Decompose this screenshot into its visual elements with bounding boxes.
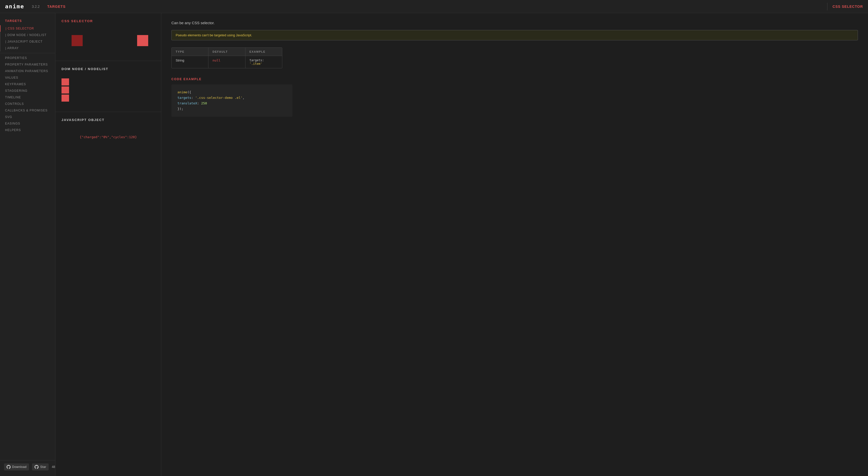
sidebar-item-values[interactable]: VALUES	[0, 75, 55, 81]
code-val-translatex: 250	[201, 101, 207, 105]
javascript-object-demo-section: JAVASCRIPT OBJECT {"charged":"0%","cycle…	[56, 112, 161, 154]
header-right-section: CSS SELECTOR	[833, 4, 863, 8]
code-line-2: targets: '.css-selector-demo .el',	[178, 95, 286, 100]
warning-box: Pseudo elements can't be targeted using …	[172, 30, 858, 40]
dom-box-1	[62, 79, 69, 86]
css-selector-demo-area	[62, 28, 155, 53]
code-block: anime({ targets: '.css-selector-demo .el…	[172, 85, 292, 117]
download-button[interactable]: Download	[4, 464, 29, 471]
css-selector-title: CSS SELECTOR	[62, 19, 155, 23]
table-cell-type: String	[172, 56, 209, 68]
star-count: 48,488	[52, 465, 56, 469]
header-divider	[827, 3, 828, 10]
type-table: TYPE DEFAULT EXAMPLE String null targets…	[172, 48, 282, 68]
sidebar-item-svg[interactable]: SVG	[0, 114, 55, 120]
table-cell-default: null	[209, 56, 245, 68]
sidebar: TARGETS | CSS SELECTOR | DOM NODE / NODE…	[0, 13, 56, 476]
code-line-1: anime({	[178, 89, 286, 95]
sidebar-item-timeline[interactable]: TIMELINE	[0, 94, 55, 100]
code-key-translatex: translateX	[178, 101, 197, 105]
dom-node-demo-area	[62, 76, 155, 104]
type-table-header: TYPE DEFAULT EXAMPLE	[172, 48, 282, 56]
table-cell-example: targets: '.item'	[246, 56, 282, 68]
code-fn: anime	[178, 90, 187, 94]
example-prefix: targets:	[249, 59, 264, 62]
right-panel: Can be any CSS selector. Pseudo elements…	[161, 13, 868, 476]
dom-box-3	[62, 94, 69, 101]
css-selector-demo-section: CSS SELECTOR	[56, 13, 161, 61]
sidebar-item-easings[interactable]: EASINGS	[0, 120, 55, 127]
dom-node-title: DOM NODE / NODELIST	[62, 67, 155, 71]
code-key-targets: targets	[178, 96, 191, 99]
css-demo-box-1	[71, 35, 83, 46]
middle-panel: CSS SELECTOR DOM NODE / NODELIST JAVASCR…	[56, 13, 161, 476]
dom-node-demo-section: DOM NODE / NODELIST	[56, 61, 161, 112]
example-value: '.item'	[249, 62, 262, 65]
sidebar-item-property-parameters[interactable]: PROPERTY PARAMETERS	[0, 61, 55, 68]
sidebar-item-dom-node[interactable]: | DOM NODE / NODELIST	[0, 32, 55, 38]
css-demo-box-2	[137, 35, 148, 46]
sidebar-item-helpers[interactable]: HELPERS	[0, 127, 55, 133]
table-header-type: TYPE	[172, 48, 209, 56]
sidebar-item-properties[interactable]: PROPERTIES	[0, 55, 55, 61]
code-line-3: translateX: 250	[178, 100, 286, 106]
sidebar-nav: TARGETS | CSS SELECTOR | DOM NODE / NODE…	[0, 13, 55, 460]
download-label: Download	[12, 465, 27, 469]
code-line-4: });	[178, 106, 286, 112]
sidebar-item-controls[interactable]: CONTROLS	[0, 100, 55, 107]
javascript-object-output: {"charged":"0%","cycles":120}	[80, 135, 137, 139]
table-header-default: DEFAULT	[209, 48, 245, 56]
javascript-object-title: JAVASCRIPT OBJECT	[62, 118, 155, 122]
star-github-icon	[34, 465, 38, 469]
type-table-row: String null targets: '.item'	[172, 56, 282, 68]
sidebar-targets-title: TARGETS	[0, 17, 55, 25]
sidebar-item-css-selector[interactable]: | CSS SELECTOR	[0, 25, 55, 32]
app-version: 3.2.2	[32, 4, 39, 8]
sidebar-item-array[interactable]: | ARRAY	[0, 45, 55, 52]
star-label: Star	[40, 465, 46, 469]
code-val-targets: '.css-selector-demo .el'	[195, 96, 243, 99]
header: anime 3.2.2 TARGETS CSS SELECTOR	[0, 0, 868, 13]
javascript-object-demo-area: {"charged":"0%","cycles":120}	[62, 127, 155, 147]
sidebar-item-animation-parameters[interactable]: ANIMATION PARAMETERS	[0, 68, 55, 75]
dom-box-2	[62, 87, 69, 93]
header-left-section: TARGETS	[47, 4, 822, 8]
github-icon	[6, 465, 10, 469]
star-button[interactable]: Star	[32, 464, 49, 471]
dom-demo-boxes	[62, 76, 69, 104]
description-text: Can be any CSS selector.	[172, 21, 858, 25]
main-layout: TARGETS | CSS SELECTOR | DOM NODE / NODE…	[0, 13, 868, 476]
sidebar-footer: Download Star 48,488	[0, 460, 55, 474]
sidebar-item-javascript-object[interactable]: | JAVASCRIPT OBJECT	[0, 38, 55, 45]
code-example-title: CODE EXAMPLE	[172, 78, 858, 81]
sidebar-item-keyframes[interactable]: KEYFRAMES	[0, 81, 55, 88]
table-header-example: EXAMPLE	[246, 48, 282, 56]
app-logo: anime	[5, 3, 24, 9]
sidebar-divider-1	[0, 53, 55, 53]
sidebar-item-staggering[interactable]: STAGGERING	[0, 88, 55, 94]
sidebar-item-callbacks[interactable]: CALLBACKS & PROMISES	[0, 107, 55, 114]
